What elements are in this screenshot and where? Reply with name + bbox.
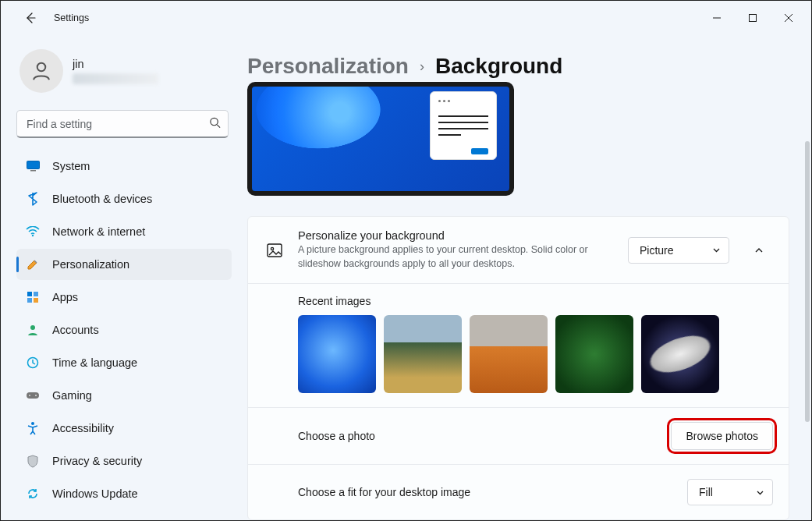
maximize-icon xyxy=(749,14,757,22)
recent-image-thumb[interactable] xyxy=(470,315,548,393)
sidebar-item-label: Accessibility xyxy=(52,422,114,434)
accessibility-icon xyxy=(26,421,40,435)
svg-point-17 xyxy=(31,422,34,425)
arrow-left-icon xyxy=(24,12,37,24)
update-icon xyxy=(26,487,40,501)
select-value: Fill xyxy=(699,486,713,498)
personalize-title: Personalize your background xyxy=(298,229,615,242)
choose-fit-label: Choose a fit for your desktop image xyxy=(298,486,470,498)
sidebar-item-label: Time & language xyxy=(52,356,137,369)
shield-icon xyxy=(26,454,40,468)
picture-icon xyxy=(264,242,285,259)
scrollbar[interactable] xyxy=(805,141,810,422)
background-type-select[interactable]: Picture xyxy=(628,237,729,264)
profile-block[interactable]: jin xyxy=(16,44,233,104)
sidebar-item-windows-update[interactable]: Windows Update xyxy=(16,478,232,509)
svg-rect-14 xyxy=(27,392,39,399)
svg-point-19 xyxy=(271,247,273,250)
recent-images-label: Recent images xyxy=(298,295,773,307)
sidebar-item-label: Bluetooth & devices xyxy=(52,193,152,205)
recent-images-thumbs xyxy=(298,315,773,393)
sidebar-item-time-language[interactable]: Time & language xyxy=(16,347,232,378)
select-value: Picture xyxy=(640,244,674,257)
sidebar-item-apps[interactable]: Apps xyxy=(16,282,232,313)
svg-point-12 xyxy=(30,325,35,330)
sidebar-item-privacy[interactable]: Privacy & security xyxy=(16,445,232,477)
person-icon xyxy=(30,59,53,83)
app-title: Settings xyxy=(54,12,89,23)
sidebar-item-label: Apps xyxy=(52,291,78,303)
main-content: Personalization › Background Personalize… xyxy=(241,35,811,520)
profile-name: jin xyxy=(73,58,158,70)
monitor-icon xyxy=(26,159,40,173)
svg-rect-6 xyxy=(30,170,36,172)
svg-rect-1 xyxy=(750,15,757,22)
svg-rect-5 xyxy=(27,161,39,169)
sidebar-item-bluetooth[interactable]: Bluetooth & devices xyxy=(16,183,232,214)
wifi-icon xyxy=(26,225,40,239)
svg-point-15 xyxy=(29,395,30,396)
recent-image-thumb[interactable] xyxy=(555,315,633,393)
avatar xyxy=(20,49,63,93)
collapse-button[interactable] xyxy=(745,236,773,264)
back-button[interactable] xyxy=(16,4,44,32)
clock-icon xyxy=(26,356,40,370)
sidebar-item-gaming[interactable]: Gaming xyxy=(16,380,232,411)
paintbrush-icon xyxy=(26,257,40,271)
svg-rect-11 xyxy=(34,298,38,303)
sidebar-item-label: Personalization xyxy=(52,258,129,271)
account-icon xyxy=(26,323,40,337)
minimize-button[interactable] xyxy=(699,5,735,30)
page-title: Background xyxy=(435,54,562,79)
svg-rect-10 xyxy=(27,298,32,303)
personalize-header: Personalize your background A picture ba… xyxy=(248,217,789,283)
sidebar-item-label: Privacy & security xyxy=(52,455,142,467)
sidebar-item-label: Windows Update xyxy=(52,487,138,500)
close-icon xyxy=(785,14,792,22)
chevron-up-icon xyxy=(753,245,764,256)
window-controls xyxy=(699,5,807,30)
choose-fit-row: Choose a fit for your desktop image Fill xyxy=(248,464,789,519)
chevron-down-icon xyxy=(712,246,721,254)
sidebar-item-accounts[interactable]: Accounts xyxy=(16,314,232,346)
search-wrap xyxy=(16,110,229,138)
sidebar: jin System Bluetooth & devices Network &… xyxy=(1,35,241,520)
sidebar-item-label: Network & internet xyxy=(52,225,145,238)
apps-icon xyxy=(26,290,40,304)
maximize-button[interactable] xyxy=(735,5,771,30)
chevron-right-icon: › xyxy=(420,58,424,75)
sidebar-item-network[interactable]: Network & internet xyxy=(16,216,232,247)
svg-point-16 xyxy=(35,395,37,396)
desktop-preview xyxy=(247,82,514,196)
personalize-subtitle: A picture background applies to your cur… xyxy=(298,243,615,271)
sidebar-item-personalization[interactable]: Personalization xyxy=(16,249,232,280)
search-input[interactable] xyxy=(16,110,229,138)
svg-point-2 xyxy=(37,63,46,72)
chevron-down-icon xyxy=(756,488,764,497)
breadcrumb: Personalization › Background xyxy=(247,54,789,79)
recent-images-section: Recent images xyxy=(248,283,789,407)
svg-point-7 xyxy=(32,235,34,236)
svg-rect-9 xyxy=(34,292,38,296)
recent-image-thumb[interactable] xyxy=(298,315,376,393)
sidebar-item-system[interactable]: System xyxy=(16,151,232,182)
choose-photo-row: Choose a photo Browse photos xyxy=(248,407,789,464)
choose-photo-label: Choose a photo xyxy=(298,430,375,442)
breadcrumb-parent[interactable]: Personalization xyxy=(247,54,409,79)
sidebar-item-label: Accounts xyxy=(52,324,99,336)
sidebar-item-accessibility[interactable]: Accessibility xyxy=(16,413,232,444)
svg-rect-8 xyxy=(27,292,32,296)
title-bar: Settings xyxy=(1,1,811,35)
recent-image-thumb[interactable] xyxy=(641,315,719,393)
gamepad-icon xyxy=(26,388,40,402)
sidebar-item-label: Gaming xyxy=(52,389,92,402)
recent-image-thumb[interactable] xyxy=(384,315,462,393)
preview-window xyxy=(430,91,497,160)
sidebar-item-label: System xyxy=(52,160,90,172)
fit-select[interactable]: Fill xyxy=(687,479,773,505)
close-button[interactable] xyxy=(771,5,807,30)
browse-photos-button[interactable]: Browse photos xyxy=(671,422,773,450)
background-card: Personalize your background A picture ba… xyxy=(247,216,789,520)
nav: System Bluetooth & devices Network & int… xyxy=(16,151,233,509)
bluetooth-icon xyxy=(26,192,40,206)
